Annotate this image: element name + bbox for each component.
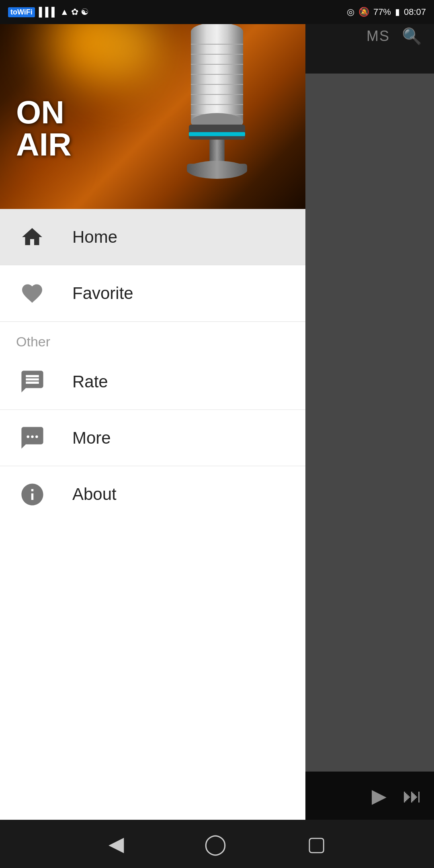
- home-icon: [16, 221, 48, 253]
- extra-icon: ✿: [71, 7, 78, 17]
- navigation-drawer: ON AIR Home Favorite Other: [0, 0, 305, 820]
- microphone-icon: [153, 4, 281, 205]
- menu-item-rate[interactable]: Rate: [0, 354, 305, 410]
- svg-point-16: [27, 436, 29, 438]
- other-section-label: Other: [0, 322, 305, 354]
- eye-icon: ◎: [347, 7, 354, 17]
- menu-home-label: Home: [72, 227, 117, 247]
- menu-item-more[interactable]: More: [0, 410, 305, 466]
- drawer-menu: Home Favorite Other Rate: [0, 209, 305, 820]
- signal-icons: ▌▌▌ ▲ ✿ ☯: [39, 7, 89, 17]
- svg-rect-1: [191, 32, 243, 122]
- back-button[interactable]: ◀: [108, 832, 124, 856]
- menu-about-label: About: [72, 485, 117, 504]
- svg-rect-12: [189, 132, 245, 136]
- play-button[interactable]: ▶: [372, 784, 387, 807]
- skip-forward-button[interactable]: ⏭: [403, 785, 422, 807]
- menu-more-label: More: [72, 428, 111, 448]
- menu-item-home[interactable]: Home: [0, 209, 305, 265]
- rate-icon: [16, 366, 48, 398]
- svg-rect-15: [187, 164, 247, 173]
- menu-rate-label: Rate: [72, 372, 108, 391]
- volume-icon: 🔕: [358, 7, 369, 17]
- navigation-bar: ◀ ◯ ▢: [0, 820, 434, 868]
- menu-item-favorite[interactable]: Favorite: [0, 265, 305, 321]
- battery-percent: 77%: [373, 7, 391, 17]
- recents-button[interactable]: ▢: [307, 832, 326, 856]
- menu-favorite-label: Favorite: [72, 284, 133, 303]
- drawer-hero-image: ON AIR: [0, 0, 305, 209]
- info-icon: [16, 478, 48, 510]
- extra-icon2: ☯: [81, 7, 89, 17]
- search-icon[interactable]: 🔍: [402, 27, 422, 46]
- on-air-label: ON AIR: [16, 96, 72, 161]
- status-left: toWiFi ▌▌▌ ▲ ✿ ☯: [8, 7, 89, 17]
- heart-icon: [16, 277, 48, 309]
- battery-icon: ▮: [395, 7, 400, 17]
- status-bar: toWiFi ▌▌▌ ▲ ✿ ☯ ◎ 🔕 77% ▮ 08:07: [0, 0, 434, 24]
- wifi-icon: ▲: [60, 7, 69, 17]
- status-right: ◎ 🔕 77% ▮ 08:07: [347, 7, 426, 17]
- more-icon: [16, 422, 48, 454]
- menu-item-about[interactable]: About: [0, 466, 305, 522]
- svg-point-18: [35, 436, 38, 438]
- signal-icon: ▌▌▌: [39, 7, 58, 17]
- time-display: 08:07: [404, 7, 426, 17]
- app-logo: toWiFi: [8, 7, 35, 17]
- svg-point-17: [31, 436, 34, 438]
- home-nav-button[interactable]: ◯: [204, 832, 227, 856]
- header-label-ms: MS: [366, 28, 390, 45]
